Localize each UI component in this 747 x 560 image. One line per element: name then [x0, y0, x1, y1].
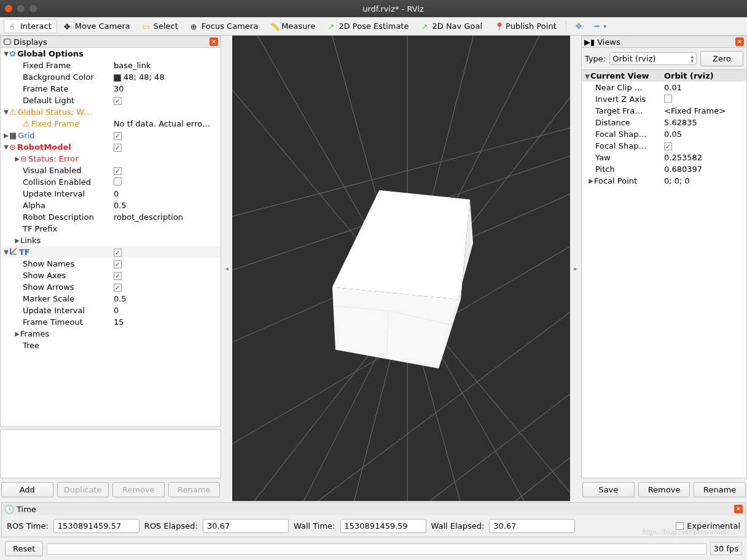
rename-view-button[interactable]: Rename — [694, 482, 746, 497]
target-frame-prop[interactable]: Target Fra…<Fixed Frame> — [582, 105, 746, 117]
measure-tool[interactable]: 📏Measure — [265, 19, 321, 33]
warning-icon: ⚠ — [9, 107, 17, 117]
tf-update-interval-prop[interactable]: Update Interval0 — [1, 305, 221, 316]
visual-enabled-prop[interactable]: Visual Enabled✓ — [1, 165, 221, 176]
visual-checkbox[interactable]: ✓ — [114, 167, 122, 175]
move-camera-icon: ✥ — [64, 22, 72, 31]
frames-node[interactable]: ▶Frames — [1, 328, 221, 340]
frame-rate-prop[interactable]: Frame Rate30 — [1, 83, 221, 95]
focus-camera-tool[interactable]: ⊕Focus Camera — [185, 19, 264, 33]
ros-time-field[interactable] — [53, 519, 139, 533]
show-arrows-checkbox[interactable]: ✓ — [114, 284, 122, 292]
invert-z-checkbox[interactable] — [664, 95, 672, 103]
tree-node[interactable]: Tree — [1, 340, 221, 351]
views-tree-header: ▼Current ViewOrbit (rviz) — [582, 70, 746, 82]
frame-timeout-prop[interactable]: Frame Timeout15 — [1, 316, 221, 328]
wall-time-field[interactable] — [340, 519, 426, 533]
tf-icon — [9, 247, 18, 257]
reset-button[interactable]: Reset — [5, 541, 43, 556]
default-light-checkbox[interactable]: ✓ — [114, 97, 122, 105]
move-camera-tool[interactable]: ✥Move Camera — [58, 19, 136, 33]
nav-2d-tool[interactable]: ↗2D Nav Goal — [415, 19, 488, 33]
maximize-window-button[interactable] — [29, 5, 37, 12]
focal-point-prop[interactable]: ▶Focal Point0; 0; 0 — [582, 175, 746, 187]
right-splitter[interactable] — [570, 36, 581, 501]
yaw-prop[interactable]: Yaw0.253582 — [582, 152, 746, 163]
save-view-button[interactable]: Save — [582, 482, 635, 497]
collision-checkbox[interactable] — [114, 177, 122, 185]
global-options-node[interactable]: ▼✿Global Options — [1, 48, 221, 60]
publish-point-tool[interactable]: 📍Publish Point — [489, 19, 562, 33]
tf-prefix-prop[interactable]: TF Prefix — [1, 223, 221, 235]
fixed-frame-prop[interactable]: Fixed Framebase_link — [1, 60, 221, 71]
grid-node[interactable]: ▶▦Grid✓ — [1, 130, 221, 141]
remove-button[interactable]: Remove — [112, 482, 165, 497]
description-box — [0, 429, 221, 478]
robot-status-node[interactable]: ▶⊖Status: Error — [1, 153, 221, 165]
svg-line-0 — [10, 248, 17, 254]
robot-update-interval-prop[interactable]: Update Interval0 — [1, 188, 221, 200]
add-button[interactable]: Add — [1, 482, 53, 497]
show-names-checkbox[interactable]: ✓ — [114, 260, 122, 268]
svg-marker-18 — [332, 287, 461, 368]
default-light-prop[interactable]: Default Light✓ — [1, 95, 221, 106]
show-axes-checkbox[interactable]: ✓ — [114, 272, 122, 280]
invert-z-prop[interactable]: Invert Z Axis — [582, 93, 746, 105]
view-type-select[interactable]: Orbit (rviz)▴▾ — [609, 52, 697, 65]
experimental-checkbox[interactable] — [676, 522, 684, 530]
show-axes-prop[interactable]: Show Axes✓ — [1, 270, 221, 281]
robot-model-checkbox[interactable]: ✓ — [114, 144, 122, 152]
close-panel-button[interactable]: ✕ — [209, 37, 218, 46]
pose-2d-tool[interactable]: ↗2D Pose Estimate — [322, 19, 414, 33]
pose-arrow-icon: ↗ — [327, 22, 336, 31]
tf-node[interactable]: ▼TF✓ — [1, 246, 221, 258]
near-clip-prop[interactable]: Near Clip …0.01 — [582, 82, 746, 93]
close-views-button[interactable]: ✕ — [735, 37, 744, 46]
pitch-prop[interactable]: Pitch0.680397 — [582, 163, 746, 175]
distance-prop[interactable]: Distance5.62835 — [582, 117, 746, 128]
robot-model-node[interactable]: ▼⊖RobotModel✓ — [1, 141, 221, 153]
experimental-toggle[interactable]: Experimental — [676, 521, 740, 531]
focal-shape-checkbox[interactable]: ✓ — [664, 142, 672, 150]
status-fixed-frame[interactable]: ⚠Fixed FrameNo tf data. Actual erro… — [1, 118, 221, 130]
grid-checkbox[interactable]: ✓ — [114, 132, 122, 140]
wall-elapsed-field[interactable] — [489, 519, 575, 533]
remove-view-button[interactable]: Remove — [638, 482, 690, 497]
interact-tool[interactable]: ☝Interact — [4, 19, 57, 33]
plus-tool[interactable]: ✥ — [570, 19, 588, 33]
views-panel: ▶▮ Views ✕ Type: Orbit (rviz)▴▾ Zero ▼Cu… — [581, 36, 747, 501]
tf-checkbox[interactable]: ✓ — [114, 249, 122, 257]
duplicate-button[interactable]: Duplicate — [57, 482, 109, 497]
ros-elapsed-field[interactable] — [203, 519, 289, 533]
robot-description-prop[interactable]: Robot Descriptionrobot_description — [1, 211, 221, 223]
links-node[interactable]: ▶Links — [1, 235, 221, 246]
show-names-prop[interactable]: Show Names✓ — [1, 258, 221, 270]
collision-enabled-prop[interactable]: Collision Enabled — [1, 176, 221, 188]
close-window-button[interactable] — [5, 5, 12, 12]
focal-shape-fixed-prop[interactable]: Focal Shap…✓ — [582, 140, 746, 152]
measure-icon: 📏 — [270, 22, 279, 31]
rename-button[interactable]: Rename — [168, 482, 221, 497]
show-arrows-prop[interactable]: Show Arrows✓ — [1, 281, 221, 293]
dropdown-arrow-icon[interactable]: ▾ — [604, 23, 607, 29]
wall-time-label: Wall Time: — [294, 521, 335, 531]
focal-shape-size-prop[interactable]: Focal Shap…0.05 — [582, 128, 746, 140]
global-status-node[interactable]: ▼⚠Global Status: W… — [1, 106, 221, 118]
displays-icon: 🖵 — [3, 37, 11, 47]
close-time-button[interactable]: ✕ — [734, 505, 743, 513]
alpha-prop[interactable]: Alpha0.5 — [1, 200, 221, 211]
displays-tree[interactable]: ▼✿Global Options Fixed Framebase_link Ba… — [0, 48, 221, 427]
minimize-window-button[interactable] — [17, 5, 25, 12]
minus-tool[interactable]: ━ — [589, 19, 605, 33]
3d-viewport[interactable] — [232, 36, 570, 501]
select-icon: ▭ — [143, 22, 151, 31]
bg-color-prop[interactable]: Background Color48; 48; 48 — [1, 71, 221, 83]
views-tree[interactable]: ▼Current ViewOrbit (rviz) Near Clip …0.0… — [581, 70, 747, 478]
select-tool[interactable]: ▭Select — [137, 19, 184, 33]
render-panel[interactable] — [232, 36, 570, 501]
ros-elapsed-label: ROS Elapsed: — [144, 521, 198, 531]
zero-button[interactable]: Zero — [700, 51, 743, 66]
marker-scale-prop[interactable]: Marker Scale0.5 — [1, 293, 221, 305]
left-splitter[interactable] — [221, 36, 232, 501]
time-body: ROS Time: ROS Elapsed: Wall Time: Wall E… — [2, 515, 745, 537]
